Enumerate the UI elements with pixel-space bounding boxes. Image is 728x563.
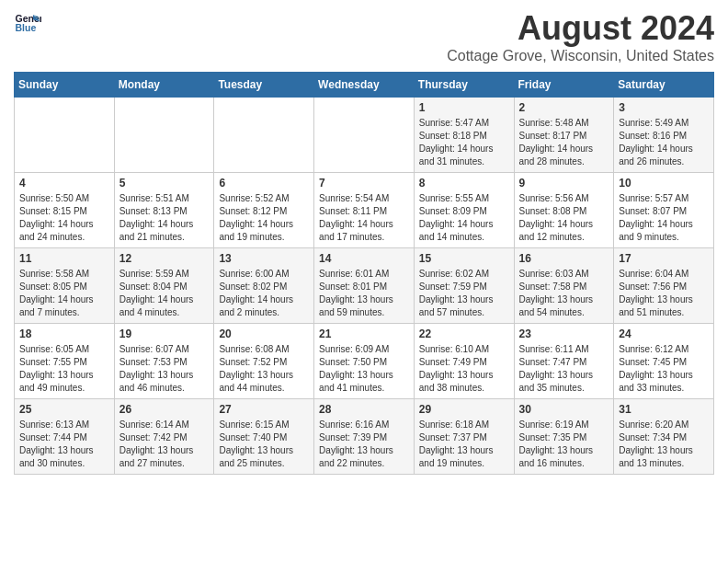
day-info: Sunrise: 5:49 AMSunset: 8:16 PMDaylight:… (619, 117, 709, 168)
day-number: 10 (619, 177, 709, 190)
day-number: 30 (519, 403, 609, 416)
day-info: Sunrise: 5:56 AMSunset: 8:08 PMDaylight:… (519, 192, 609, 244)
calendar-cell: 17Sunrise: 6:04 AMSunset: 7:56 PMDayligh… (614, 248, 714, 324)
calendar-cell: 11Sunrise: 5:58 AMSunset: 8:05 PMDayligh… (15, 248, 115, 324)
day-info: Sunrise: 5:48 AMSunset: 8:17 PMDaylight:… (519, 117, 609, 168)
day-info: Sunrise: 5:52 AMSunset: 8:12 PMDaylight:… (219, 192, 309, 244)
calendar-cell: 3Sunrise: 5:49 AMSunset: 8:16 PMDaylight… (614, 98, 714, 173)
day-info: Sunrise: 6:04 AMSunset: 7:56 PMDaylight:… (619, 268, 709, 319)
day-info: Sunrise: 6:07 AMSunset: 7:53 PMDaylight:… (119, 343, 210, 395)
header-friday: Friday (514, 73, 614, 98)
day-info: Sunrise: 6:12 AMSunset: 7:45 PMDaylight:… (619, 343, 709, 395)
calendar-cell: 20Sunrise: 6:08 AMSunset: 7:52 PMDayligh… (214, 324, 314, 399)
day-number: 4 (19, 177, 109, 190)
calendar-cell: 16Sunrise: 6:03 AMSunset: 7:58 PMDayligh… (514, 248, 614, 324)
calendar-cell (114, 98, 214, 173)
day-number: 9 (519, 177, 609, 190)
calendar-cell (214, 98, 314, 173)
logo-icon: General Blue (14, 9, 41, 37)
day-info: Sunrise: 6:02 AMSunset: 7:59 PMDaylight:… (419, 268, 509, 319)
header-tuesday: Tuesday (214, 73, 314, 98)
calendar-cell: 21Sunrise: 6:09 AMSunset: 7:50 PMDayligh… (314, 324, 415, 399)
calendar-cell: 19Sunrise: 6:07 AMSunset: 7:53 PMDayligh… (114, 324, 214, 399)
calendar-cell: 10Sunrise: 5:57 AMSunset: 8:07 PMDayligh… (614, 173, 714, 248)
title-area: August 2024 Cottage Grove, Wisconsin, Un… (447, 9, 714, 64)
calendar-cell: 18Sunrise: 6:05 AMSunset: 7:55 PMDayligh… (15, 324, 115, 399)
day-number: 13 (219, 252, 309, 265)
calendar-week-row: 11Sunrise: 5:58 AMSunset: 8:05 PMDayligh… (15, 248, 714, 324)
day-info: Sunrise: 5:59 AMSunset: 8:04 PMDaylight:… (119, 268, 210, 319)
day-number: 21 (319, 327, 409, 340)
calendar-cell: 1Sunrise: 5:47 AMSunset: 8:18 PMDaylight… (414, 98, 514, 173)
day-info: Sunrise: 6:10 AMSunset: 7:49 PMDaylight:… (419, 343, 509, 395)
calendar-cell: 14Sunrise: 6:01 AMSunset: 8:01 PMDayligh… (314, 248, 415, 324)
calendar-cell: 25Sunrise: 6:13 AMSunset: 7:44 PMDayligh… (15, 399, 115, 475)
calendar-cell: 7Sunrise: 5:54 AMSunset: 8:11 PMDaylight… (314, 173, 415, 248)
day-info: Sunrise: 6:15 AMSunset: 7:40 PMDaylight:… (219, 419, 309, 470)
calendar-cell: 9Sunrise: 5:56 AMSunset: 8:08 PMDaylight… (514, 173, 614, 248)
day-number: 28 (319, 403, 409, 416)
page-subtitle: Cottage Grove, Wisconsin, United States (447, 48, 714, 64)
day-number: 7 (319, 177, 409, 190)
day-info: Sunrise: 6:11 AMSunset: 7:47 PMDaylight:… (519, 343, 609, 395)
calendar-cell: 26Sunrise: 6:14 AMSunset: 7:42 PMDayligh… (114, 399, 214, 475)
header: General Blue August 2024 Cottage Grove, … (14, 9, 714, 64)
day-number: 2 (519, 101, 609, 114)
day-number: 1 (419, 101, 509, 114)
calendar-header-row: SundayMondayTuesdayWednesdayThursdayFrid… (15, 73, 714, 98)
header-saturday: Saturday (614, 73, 714, 98)
day-number: 3 (619, 101, 709, 114)
day-number: 16 (519, 252, 609, 265)
day-number: 22 (419, 327, 509, 340)
header-thursday: Thursday (414, 73, 514, 98)
calendar-cell: 29Sunrise: 6:18 AMSunset: 7:37 PMDayligh… (414, 399, 514, 475)
calendar-week-row: 4Sunrise: 5:50 AMSunset: 8:15 PMDaylight… (15, 173, 714, 248)
day-info: Sunrise: 6:08 AMSunset: 7:52 PMDaylight:… (219, 343, 309, 395)
day-info: Sunrise: 6:01 AMSunset: 8:01 PMDaylight:… (319, 268, 409, 319)
calendar-cell: 27Sunrise: 6:15 AMSunset: 7:40 PMDayligh… (214, 399, 314, 475)
calendar-cell: 2Sunrise: 5:48 AMSunset: 8:17 PMDaylight… (514, 98, 614, 173)
day-number: 27 (219, 403, 309, 416)
calendar-cell: 28Sunrise: 6:16 AMSunset: 7:39 PMDayligh… (314, 399, 415, 475)
header-sunday: Sunday (15, 73, 115, 98)
page-title: August 2024 (447, 9, 714, 48)
day-number: 20 (219, 327, 309, 340)
calendar-week-row: 18Sunrise: 6:05 AMSunset: 7:55 PMDayligh… (15, 324, 714, 399)
day-info: Sunrise: 6:13 AMSunset: 7:44 PMDaylight:… (19, 419, 109, 470)
logo: General Blue (14, 9, 41, 37)
day-info: Sunrise: 5:50 AMSunset: 8:15 PMDaylight:… (19, 192, 109, 244)
day-number: 26 (119, 403, 210, 416)
day-number: 14 (319, 252, 409, 265)
calendar-cell: 4Sunrise: 5:50 AMSunset: 8:15 PMDaylight… (15, 173, 115, 248)
calendar-cell: 12Sunrise: 5:59 AMSunset: 8:04 PMDayligh… (114, 248, 214, 324)
calendar-cell: 22Sunrise: 6:10 AMSunset: 7:49 PMDayligh… (414, 324, 514, 399)
day-info: Sunrise: 5:55 AMSunset: 8:09 PMDaylight:… (419, 192, 509, 244)
day-info: Sunrise: 6:05 AMSunset: 7:55 PMDaylight:… (19, 343, 109, 395)
svg-text:Blue: Blue (16, 22, 37, 33)
calendar-week-row: 1Sunrise: 5:47 AMSunset: 8:18 PMDaylight… (15, 98, 714, 173)
day-number: 5 (119, 177, 210, 190)
day-number: 19 (119, 327, 210, 340)
day-info: Sunrise: 6:19 AMSunset: 7:35 PMDaylight:… (519, 419, 609, 470)
calendar-cell: 31Sunrise: 6:20 AMSunset: 7:34 PMDayligh… (614, 399, 714, 475)
day-info: Sunrise: 6:00 AMSunset: 8:02 PMDaylight:… (219, 268, 309, 319)
day-number: 17 (619, 252, 709, 265)
calendar-cell: 8Sunrise: 5:55 AMSunset: 8:09 PMDaylight… (414, 173, 514, 248)
day-number: 31 (619, 403, 709, 416)
day-number: 12 (119, 252, 210, 265)
calendar-cell: 23Sunrise: 6:11 AMSunset: 7:47 PMDayligh… (514, 324, 614, 399)
day-number: 15 (419, 252, 509, 265)
day-info: Sunrise: 5:54 AMSunset: 8:11 PMDaylight:… (319, 192, 409, 244)
day-info: Sunrise: 5:47 AMSunset: 8:18 PMDaylight:… (419, 117, 509, 168)
calendar-cell: 5Sunrise: 5:51 AMSunset: 8:13 PMDaylight… (114, 173, 214, 248)
day-info: Sunrise: 5:57 AMSunset: 8:07 PMDaylight:… (619, 192, 709, 244)
calendar-week-row: 25Sunrise: 6:13 AMSunset: 7:44 PMDayligh… (15, 399, 714, 475)
day-info: Sunrise: 6:14 AMSunset: 7:42 PMDaylight:… (119, 419, 210, 470)
calendar-table: SundayMondayTuesdayWednesdayThursdayFrid… (14, 72, 714, 475)
header-monday: Monday (114, 73, 214, 98)
day-info: Sunrise: 6:09 AMSunset: 7:50 PMDaylight:… (319, 343, 409, 395)
day-info: Sunrise: 5:58 AMSunset: 8:05 PMDaylight:… (19, 268, 109, 319)
day-number: 29 (419, 403, 509, 416)
day-number: 6 (219, 177, 309, 190)
day-info: Sunrise: 6:20 AMSunset: 7:34 PMDaylight:… (619, 419, 709, 470)
